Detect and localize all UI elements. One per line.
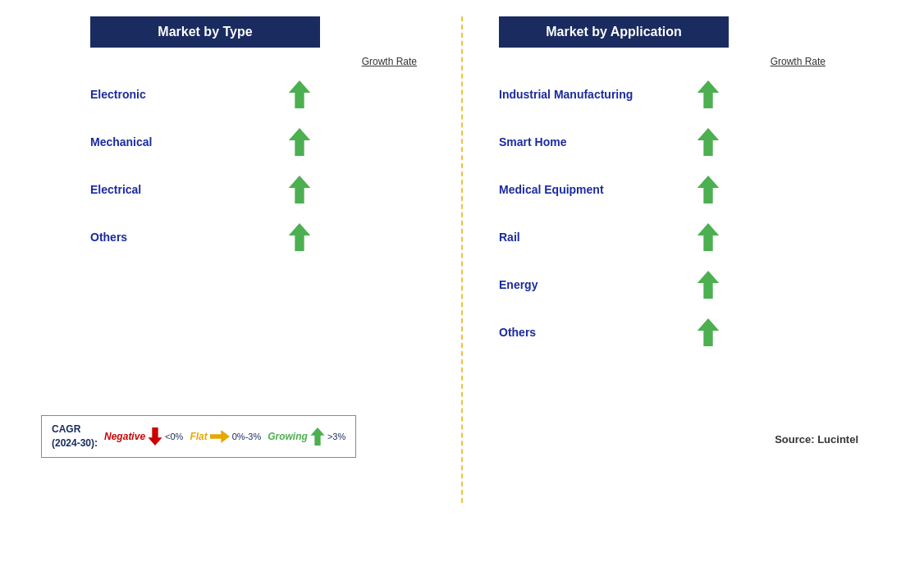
item-label-electrical: Electrical [90, 183, 141, 196]
green-up-arrow-icon [697, 271, 720, 299]
svg-marker-12 [310, 427, 324, 446]
svg-marker-2 [289, 176, 310, 203]
arrow-rail [688, 223, 729, 251]
svg-marker-6 [698, 176, 719, 203]
item-label-rail: Rail [499, 231, 520, 244]
item-label-mechanical: Mechanical [90, 135, 152, 149]
list-item: Smart Home [499, 118, 729, 166]
green-up-arrow-icon [697, 128, 720, 156]
legend-box: CAGR(2024-30): Negative <0% Flat 0%-3% G… [41, 415, 356, 458]
list-item: Industrial Manufacturing [499, 71, 729, 118]
list-item: Electrical [90, 166, 320, 213]
item-label-industrial: Industrial Manufacturing [499, 88, 633, 101]
arrow-medical [688, 176, 729, 203]
legend-cagr-label: CAGR(2024-30): [52, 423, 98, 450]
list-item: Mechanical [90, 118, 320, 166]
right-growth-rate-label: Growth Rate [612, 56, 842, 67]
legend-growing-label: Growing [268, 431, 308, 442]
green-up-arrow-icon [697, 223, 720, 251]
arrow-electronic [279, 80, 320, 108]
left-panel-header: Market by Type [90, 16, 320, 48]
left-panel: Market by Type Growth Rate Electronic Me… [49, 16, 466, 261]
item-label-others-right: Others [499, 326, 536, 339]
arrow-others-right [688, 318, 729, 346]
arrow-electrical [279, 176, 320, 203]
list-item: Others [499, 308, 729, 356]
green-up-arrow-icon [697, 80, 720, 108]
svg-marker-4 [698, 80, 719, 108]
green-up-arrow-icon [288, 80, 311, 108]
green-up-arrow-legend-icon [310, 427, 325, 446]
left-growth-rate-label: Growth Rate [204, 56, 433, 67]
item-label-smart-home: Smart Home [499, 135, 566, 149]
list-item: Others [90, 213, 320, 261]
svg-marker-10 [149, 427, 162, 446]
svg-marker-3 [289, 223, 310, 251]
red-down-arrow-icon [148, 427, 162, 446]
right-panel-header: Market by Application [499, 16, 729, 48]
arrow-others-left [279, 223, 320, 251]
legend-growing-range: >3% [327, 432, 345, 441]
arrow-mechanical [279, 128, 320, 156]
item-label-medical: Medical Equipment [499, 183, 604, 196]
arrow-energy [688, 271, 729, 299]
green-up-arrow-icon [697, 176, 720, 203]
list-item: Rail [499, 213, 729, 261]
arrow-smart-home [688, 128, 729, 156]
list-item: Energy [499, 261, 729, 308]
item-label-others-left: Others [90, 231, 127, 244]
green-up-arrow-icon [288, 128, 311, 156]
yellow-right-arrow-icon [210, 429, 230, 444]
svg-marker-11 [210, 430, 230, 443]
green-up-arrow-icon [697, 318, 720, 346]
svg-marker-0 [289, 80, 310, 108]
list-item: Electronic [90, 71, 320, 118]
arrow-industrial [688, 80, 729, 108]
right-panel: Market by Application Growth Rate Indust… [466, 16, 875, 356]
green-up-arrow-icon [288, 176, 311, 203]
panel-divider [461, 16, 463, 503]
green-up-arrow-icon [288, 223, 311, 251]
main-container: Market by Type Growth Rate Electronic Me… [0, 0, 924, 585]
legend-growing-item: Growing >3% [268, 427, 345, 446]
svg-marker-7 [698, 223, 719, 251]
legend-negative-range: <0% [165, 432, 183, 441]
legend-flat-range: 0%-3% [232, 432, 261, 441]
legend-flat-label: Flat [190, 431, 207, 442]
legend-flat-item: Flat 0%-3% [190, 429, 261, 444]
source-text: Source: Lucintel [775, 433, 858, 446]
legend-negative-item: Negative <0% [104, 427, 183, 446]
svg-marker-5 [698, 128, 719, 156]
svg-marker-1 [289, 128, 310, 156]
svg-marker-8 [698, 271, 719, 299]
legend-negative-label: Negative [104, 431, 145, 442]
item-label-electronic: Electronic [90, 88, 146, 101]
list-item: Medical Equipment [499, 166, 729, 213]
item-label-energy: Energy [499, 278, 537, 291]
svg-marker-9 [698, 318, 719, 346]
